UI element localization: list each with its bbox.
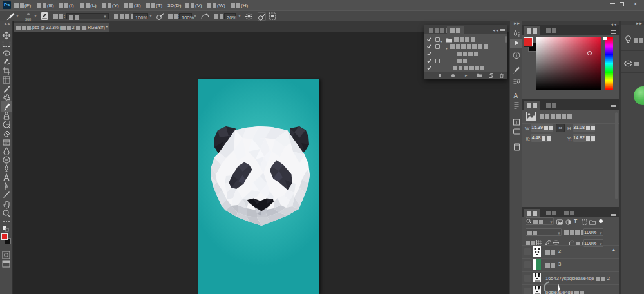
svg-text:A: A (514, 92, 518, 99)
